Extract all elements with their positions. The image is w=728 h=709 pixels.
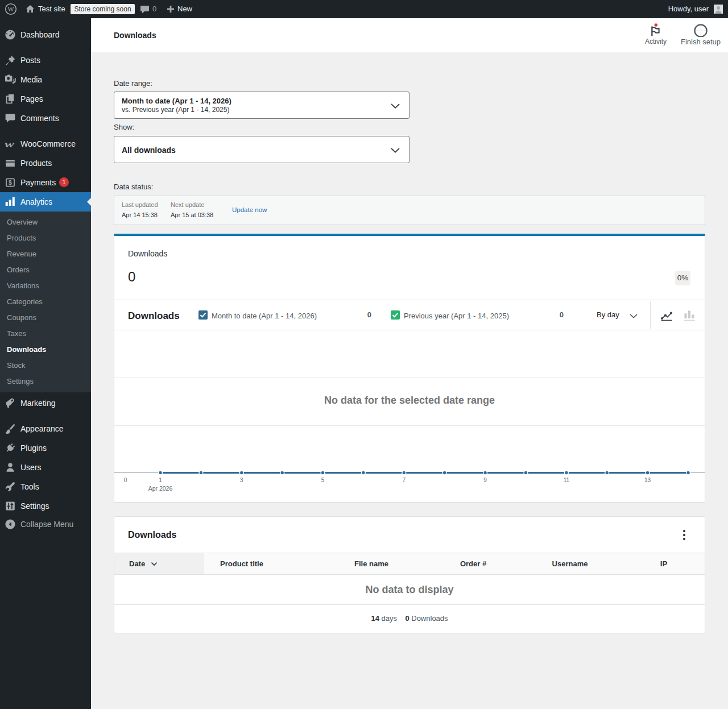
svg-text:$: $ <box>9 179 12 186</box>
svg-text:W: W <box>7 5 14 13</box>
svg-text:w: w <box>5 139 15 150</box>
